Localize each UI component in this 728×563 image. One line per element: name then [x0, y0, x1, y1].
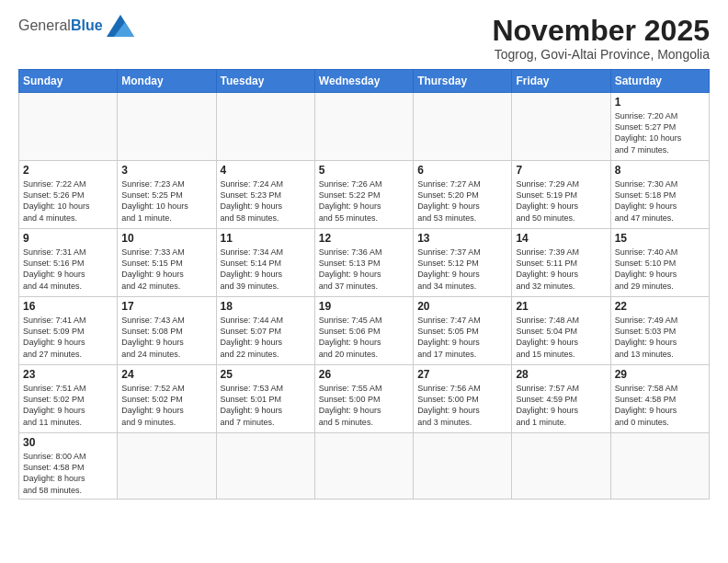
- day-info: Sunrise: 7:36 AM Sunset: 5:13 PM Dayligh…: [319, 247, 409, 292]
- table-row: 11Sunrise: 7:34 AM Sunset: 5:14 PM Dayli…: [216, 229, 314, 297]
- day-number: 27: [417, 368, 507, 381]
- day-number: 9: [23, 232, 113, 245]
- day-info: Sunrise: 7:31 AM Sunset: 5:16 PM Dayligh…: [23, 247, 113, 292]
- table-row: [512, 433, 610, 500]
- calendar: Sunday Monday Tuesday Wednesday Thursday…: [18, 69, 710, 500]
- day-number: 13: [417, 232, 507, 245]
- table-row: 28Sunrise: 7:57 AM Sunset: 4:59 PM Dayli…: [512, 365, 610, 433]
- day-info: Sunrise: 7:40 AM Sunset: 5:10 PM Dayligh…: [615, 247, 705, 292]
- table-row: 24Sunrise: 7:52 AM Sunset: 5:02 PM Dayli…: [118, 365, 216, 433]
- logo-area: General Blue: [18, 15, 134, 37]
- day-number: 26: [319, 368, 409, 381]
- day-info: Sunrise: 7:41 AM Sunset: 5:09 PM Dayligh…: [23, 315, 113, 360]
- table-row: 12Sunrise: 7:36 AM Sunset: 5:13 PM Dayli…: [314, 229, 413, 297]
- table-row: [118, 93, 216, 161]
- logo: General Blue: [18, 15, 134, 37]
- day-info: Sunrise: 7:29 AM Sunset: 5:19 PM Dayligh…: [516, 178, 606, 224]
- table-row: [512, 93, 610, 161]
- header-monday: Monday: [118, 70, 216, 93]
- table-row: 23Sunrise: 7:51 AM Sunset: 5:02 PM Dayli…: [19, 365, 118, 433]
- table-row: 13Sunrise: 7:37 AM Sunset: 5:12 PM Dayli…: [414, 229, 512, 297]
- day-number: 29: [615, 368, 705, 381]
- day-info: Sunrise: 7:48 AM Sunset: 5:04 PM Dayligh…: [516, 315, 606, 360]
- table-row: 6Sunrise: 7:27 AM Sunset: 5:20 PM Daylig…: [414, 161, 512, 229]
- day-info: Sunrise: 7:26 AM Sunset: 5:22 PM Dayligh…: [319, 178, 409, 224]
- day-info: Sunrise: 7:45 AM Sunset: 5:06 PM Dayligh…: [319, 315, 409, 360]
- day-info: Sunrise: 7:56 AM Sunset: 5:00 PM Dayligh…: [417, 383, 507, 428]
- header-friday: Friday: [512, 70, 610, 93]
- table-row: 16Sunrise: 7:41 AM Sunset: 5:09 PM Dayli…: [19, 297, 118, 365]
- day-number: 4: [221, 164, 311, 177]
- title-area: November 2025 Togrog, Govi-Altai Provinc…: [492, 15, 710, 62]
- header-wednesday: Wednesday: [314, 70, 413, 93]
- table-row: 7Sunrise: 7:29 AM Sunset: 5:19 PM Daylig…: [512, 161, 610, 229]
- header-tuesday: Tuesday: [216, 70, 314, 93]
- header-sunday: Sunday: [19, 70, 118, 93]
- logo-icon: [107, 15, 134, 37]
- table-row: [19, 93, 118, 161]
- table-row: 20Sunrise: 7:47 AM Sunset: 5:05 PM Dayli…: [414, 297, 512, 365]
- day-number: 25: [221, 368, 311, 381]
- day-info: Sunrise: 7:34 AM Sunset: 5:14 PM Dayligh…: [221, 247, 311, 292]
- day-number: 2: [23, 164, 113, 177]
- table-row: 9Sunrise: 7:31 AM Sunset: 5:16 PM Daylig…: [19, 229, 118, 297]
- table-row: 3Sunrise: 7:23 AM Sunset: 5:25 PM Daylig…: [118, 161, 216, 229]
- day-info: Sunrise: 7:30 AM Sunset: 5:18 PM Dayligh…: [615, 178, 705, 224]
- day-info: Sunrise: 7:58 AM Sunset: 4:58 PM Dayligh…: [615, 383, 705, 428]
- day-number: 16: [23, 300, 113, 313]
- table-row: [314, 433, 413, 500]
- table-row: [118, 433, 216, 500]
- day-number: 20: [417, 300, 507, 313]
- day-info: Sunrise: 7:57 AM Sunset: 4:59 PM Dayligh…: [516, 383, 606, 428]
- day-info: Sunrise: 7:24 AM Sunset: 5:23 PM Dayligh…: [221, 178, 311, 224]
- day-number: 28: [516, 368, 606, 381]
- day-number: 7: [516, 164, 606, 177]
- table-row: 26Sunrise: 7:55 AM Sunset: 5:00 PM Dayli…: [314, 365, 413, 433]
- day-info: Sunrise: 7:27 AM Sunset: 5:20 PM Dayligh…: [417, 178, 507, 224]
- day-number: 11: [221, 232, 311, 245]
- day-number: 5: [319, 164, 409, 177]
- day-info: Sunrise: 7:20 AM Sunset: 5:27 PM Dayligh…: [615, 110, 705, 155]
- day-info: Sunrise: 7:44 AM Sunset: 5:07 PM Dayligh…: [221, 315, 311, 360]
- day-number: 30: [23, 436, 113, 449]
- table-row: [414, 93, 512, 161]
- day-number: 3: [121, 164, 211, 177]
- day-number: 12: [319, 232, 409, 245]
- calendar-header-row: Sunday Monday Tuesday Wednesday Thursday…: [19, 70, 710, 93]
- day-info: Sunrise: 7:33 AM Sunset: 5:15 PM Dayligh…: [121, 247, 211, 292]
- day-number: 22: [615, 300, 705, 313]
- page: General Blue November 2025 Togrog, Govi-…: [0, 0, 728, 509]
- table-row: [414, 433, 512, 500]
- day-info: Sunrise: 7:22 AM Sunset: 5:26 PM Dayligh…: [23, 178, 113, 224]
- header: General Blue November 2025 Togrog, Govi-…: [18, 15, 710, 62]
- day-info: Sunrise: 7:52 AM Sunset: 5:02 PM Dayligh…: [121, 383, 211, 428]
- day-info: Sunrise: 7:43 AM Sunset: 5:08 PM Dayligh…: [121, 315, 211, 360]
- table-row: [610, 433, 709, 500]
- day-number: 19: [319, 300, 409, 313]
- table-row: 29Sunrise: 7:58 AM Sunset: 4:58 PM Dayli…: [610, 365, 709, 433]
- logo-blue-text: Blue: [71, 17, 103, 34]
- header-saturday: Saturday: [610, 70, 709, 93]
- day-number: 21: [516, 300, 606, 313]
- table-row: 18Sunrise: 7:44 AM Sunset: 5:07 PM Dayli…: [216, 297, 314, 365]
- day-number: 15: [615, 232, 705, 245]
- day-info: Sunrise: 7:37 AM Sunset: 5:12 PM Dayligh…: [417, 247, 507, 292]
- day-number: 18: [221, 300, 311, 313]
- table-row: 19Sunrise: 7:45 AM Sunset: 5:06 PM Dayli…: [314, 297, 413, 365]
- day-info: Sunrise: 7:55 AM Sunset: 5:00 PM Dayligh…: [319, 383, 409, 428]
- day-info: Sunrise: 7:53 AM Sunset: 5:01 PM Dayligh…: [221, 383, 311, 428]
- day-number: 17: [121, 300, 211, 313]
- table-row: 8Sunrise: 7:30 AM Sunset: 5:18 PM Daylig…: [610, 161, 709, 229]
- table-row: 5Sunrise: 7:26 AM Sunset: 5:22 PM Daylig…: [314, 161, 413, 229]
- day-info: Sunrise: 7:51 AM Sunset: 5:02 PM Dayligh…: [23, 383, 113, 428]
- subtitle: Togrog, Govi-Altai Province, Mongolia: [492, 47, 710, 62]
- table-row: [216, 93, 314, 161]
- table-row: 15Sunrise: 7:40 AM Sunset: 5:10 PM Dayli…: [610, 229, 709, 297]
- table-row: 14Sunrise: 7:39 AM Sunset: 5:11 PM Dayli…: [512, 229, 610, 297]
- table-row: 1Sunrise: 7:20 AM Sunset: 5:27 PM Daylig…: [610, 93, 709, 161]
- day-number: 1: [615, 96, 705, 109]
- day-info: Sunrise: 7:47 AM Sunset: 5:05 PM Dayligh…: [417, 315, 507, 360]
- day-number: 24: [121, 368, 211, 381]
- day-info: Sunrise: 7:49 AM Sunset: 5:03 PM Dayligh…: [615, 315, 705, 360]
- day-info: Sunrise: 7:23 AM Sunset: 5:25 PM Dayligh…: [121, 178, 211, 224]
